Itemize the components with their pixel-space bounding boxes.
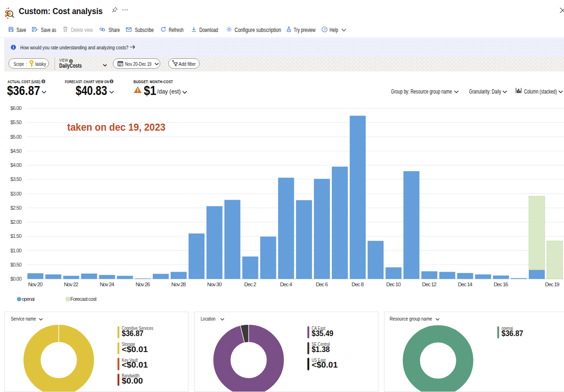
svg-text:$3.00: $3.00 — [10, 191, 22, 196]
svg-text:$0.50: $0.50 — [10, 262, 22, 267]
svg-text:$0.00: $0.00 — [10, 276, 22, 282]
svg-text:$2.00: $2.00 — [10, 219, 22, 225]
svg-text:Dec 19: Dec 19 — [545, 282, 560, 287]
svg-text:Nov 30: Nov 30 — [207, 282, 222, 287]
svg-text:Dec 6: Dec 6 — [316, 282, 328, 287]
svg-text:$1.00: $1.00 — [10, 248, 22, 253]
svg-text:$2.50: $2.50 — [10, 205, 22, 211]
svg-text:$5.00: $5.00 — [10, 134, 22, 140]
svg-text:$4.50: $4.50 — [10, 148, 22, 154]
svg-text:Dec 8: Dec 8 — [352, 282, 364, 287]
svg-text:$4.00: $4.00 — [10, 162, 22, 168]
svg-text:Dec 16: Dec 16 — [494, 282, 508, 287]
svg-text:$6.00: $6.00 — [10, 105, 22, 111]
svg-text:Nov 20: Nov 20 — [28, 282, 43, 287]
svg-text:$3.50: $3.50 — [10, 176, 22, 182]
svg-text:Dec 14: Dec 14 — [458, 282, 473, 287]
svg-text:openai: openai — [22, 296, 35, 302]
svg-text:$5.50: $5.50 — [10, 119, 22, 125]
svg-text:$1.50: $1.50 — [10, 233, 22, 239]
svg-text:Nov 24: Nov 24 — [100, 282, 115, 287]
svg-text:Nov 28: Nov 28 — [172, 282, 186, 287]
svg-text:Nov 22: Nov 22 — [64, 282, 78, 287]
svg-text:Dec 10: Dec 10 — [386, 282, 401, 287]
svg-text:Dec 4: Dec 4 — [280, 282, 293, 287]
svg-text:?: ? — [323, 27, 326, 31]
svg-text:Nov 26: Nov 26 — [135, 282, 150, 287]
svg-text:Dec 2: Dec 2 — [244, 282, 257, 287]
svg-text:Dec 12: Dec 12 — [422, 282, 437, 287]
svg-text:Forecast cost: Forecast cost — [70, 296, 97, 302]
